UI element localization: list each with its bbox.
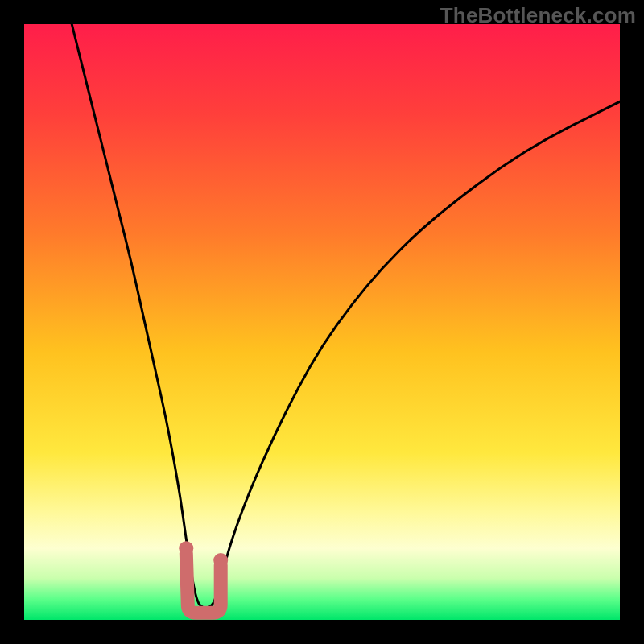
- plot-area: [24, 24, 620, 620]
- plot-svg: [24, 24, 620, 620]
- gradient-background: [24, 24, 620, 620]
- chart-container: TheBottleneck.com: [0, 0, 644, 644]
